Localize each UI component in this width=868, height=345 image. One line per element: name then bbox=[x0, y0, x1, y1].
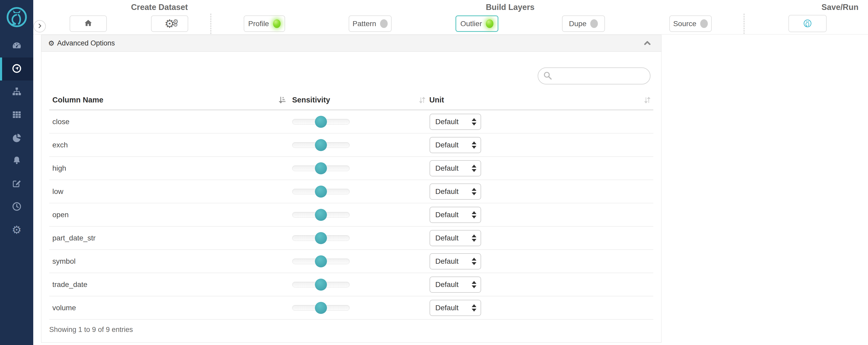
toggle-outlier[interactable]: Outlier bbox=[456, 15, 498, 32]
table-row: volume Default bbox=[49, 297, 653, 320]
table-header-row: Column Name Sensitivity Unit bbox=[49, 94, 653, 110]
outlier-status-dot bbox=[486, 19, 493, 28]
sidebar-expand-button[interactable] bbox=[33, 20, 46, 32]
owl-run-icon bbox=[803, 19, 812, 29]
sidebar-item-notifications[interactable] bbox=[0, 149, 33, 172]
table-row: exch Default bbox=[49, 134, 653, 157]
dupe-status-dot bbox=[590, 19, 598, 28]
unit-select[interactable]: Default bbox=[430, 114, 481, 130]
table-body: close Default exch Default high Defaul bbox=[49, 110, 653, 320]
sidebar-item-dashboard[interactable] bbox=[0, 34, 33, 58]
unit-select[interactable]: Default bbox=[430, 277, 481, 293]
sidebar-item-editor[interactable] bbox=[0, 172, 33, 196]
sensitivity-slider-handle[interactable] bbox=[315, 232, 327, 244]
sensitivity-slider-handle[interactable] bbox=[315, 302, 327, 314]
unit-select-value: Default bbox=[435, 257, 459, 266]
sensitivity-slider[interactable] bbox=[292, 166, 350, 171]
sidebar-item-datasets[interactable] bbox=[0, 104, 33, 127]
source-status-dot bbox=[700, 19, 708, 28]
sort-both-icon[interactable] bbox=[418, 96, 427, 106]
advanced-options-header[interactable]: ⚙ Advanced Options bbox=[41, 35, 661, 52]
toggle-dupe[interactable]: Dupe bbox=[562, 15, 605, 32]
select-arrows-icon bbox=[472, 188, 476, 195]
save-run-button[interactable] bbox=[788, 15, 827, 32]
sidebar-item-explore[interactable] bbox=[0, 58, 33, 80]
toggle-source[interactable]: Source bbox=[669, 15, 712, 32]
gear-icon: ⚙ bbox=[48, 39, 55, 47]
table-search bbox=[538, 67, 650, 84]
pattern-status-dot bbox=[380, 19, 388, 28]
app-logo[interactable] bbox=[0, 0, 33, 34]
unit-select-value: Default bbox=[435, 280, 459, 289]
advanced-options-panel: ⚙ Advanced Options Column Name bbox=[41, 35, 661, 343]
sidebar: ⚙ bbox=[0, 0, 33, 345]
toolbar: Create Dataset Build Layers Save/Run ⚙⚙⚙… bbox=[33, 0, 868, 34]
table-row: symbol Default bbox=[49, 250, 653, 273]
sensitivity-slider-handle[interactable] bbox=[315, 116, 327, 128]
sort-amount-asc-icon[interactable] bbox=[278, 96, 287, 106]
table-row: close Default bbox=[49, 110, 653, 134]
search-input[interactable] bbox=[552, 68, 653, 84]
unit-select-value: Default bbox=[435, 211, 459, 219]
toggle-pattern-label: Pattern bbox=[352, 20, 376, 28]
table-row: open Default bbox=[49, 203, 653, 227]
sidebar-item-charts[interactable] bbox=[0, 127, 33, 149]
row-label: exch bbox=[52, 141, 68, 149]
sort-both-icon[interactable] bbox=[643, 96, 652, 106]
unit-select-value: Default bbox=[435, 117, 459, 126]
row-label: symbol bbox=[52, 257, 76, 266]
column-header-unit[interactable]: Unit bbox=[429, 96, 444, 104]
collapse-panel-button[interactable] bbox=[643, 39, 652, 48]
select-arrows-icon bbox=[472, 304, 476, 312]
column-header-sensitivity[interactable]: Sensitivity bbox=[292, 96, 330, 104]
profile-status-dot bbox=[273, 19, 281, 28]
toggle-pattern[interactable]: Pattern bbox=[349, 15, 392, 32]
unit-select[interactable]: Default bbox=[430, 253, 481, 270]
select-arrows-icon bbox=[472, 118, 476, 126]
sensitivity-slider-handle[interactable] bbox=[315, 185, 327, 198]
unit-select[interactable]: Default bbox=[430, 230, 481, 246]
panel-title: Advanced Options bbox=[57, 39, 115, 47]
row-label: part_date_str bbox=[52, 234, 96, 242]
sidebar-item-settings[interactable]: ⚙ bbox=[0, 218, 33, 242]
chevron-right-icon bbox=[37, 23, 43, 30]
select-arrows-icon bbox=[472, 211, 476, 218]
unit-select[interactable]: Default bbox=[430, 207, 481, 223]
sensitivity-slider-handle[interactable] bbox=[315, 209, 327, 221]
sitemap-icon bbox=[11, 86, 22, 98]
sidebar-item-lineage[interactable] bbox=[0, 80, 33, 104]
unit-select[interactable]: Default bbox=[430, 137, 481, 153]
sensitivity-slider[interactable] bbox=[292, 119, 350, 125]
section-title-save-run: Save/Run bbox=[801, 3, 868, 12]
toolbar-divider bbox=[211, 13, 211, 34]
sensitivity-slider-handle[interactable] bbox=[315, 279, 327, 290]
unit-select-value: Default bbox=[435, 164, 459, 172]
sensitivity-slider-handle[interactable] bbox=[315, 162, 327, 174]
row-label: low bbox=[52, 187, 63, 196]
column-header-name[interactable]: Column Name bbox=[52, 96, 103, 104]
owl-logo-icon bbox=[4, 4, 29, 30]
sensitivity-slider[interactable] bbox=[292, 305, 350, 311]
table-row: part_date_str Default bbox=[49, 227, 653, 250]
bell-icon bbox=[11, 155, 22, 167]
sensitivity-slider[interactable] bbox=[292, 258, 350, 264]
unit-select[interactable]: Default bbox=[430, 160, 481, 176]
sensitivity-slider-handle[interactable] bbox=[315, 255, 327, 267]
unit-select[interactable]: Default bbox=[430, 183, 481, 200]
sensitivity-slider[interactable] bbox=[292, 142, 350, 148]
toggle-profile[interactable]: Profile bbox=[244, 15, 285, 32]
settings-cogs-button[interactable]: ⚙⚙⚙ bbox=[151, 15, 188, 32]
clock-icon bbox=[11, 201, 22, 213]
unit-select[interactable]: Default bbox=[430, 300, 481, 316]
cogs-icon: ⚙⚙⚙ bbox=[164, 18, 175, 30]
home-button[interactable] bbox=[70, 15, 107, 32]
toggle-source-label: Source bbox=[673, 20, 696, 28]
sensitivity-slider[interactable] bbox=[292, 189, 350, 195]
sidebar-item-history[interactable] bbox=[0, 196, 33, 218]
sensitivity-slider[interactable] bbox=[292, 212, 350, 218]
sensitivity-slider-handle[interactable] bbox=[315, 139, 327, 151]
sensitivity-slider[interactable] bbox=[292, 235, 350, 241]
toggle-outlier-label: Outlier bbox=[460, 20, 482, 28]
compass-icon bbox=[11, 63, 22, 75]
sensitivity-slider[interactable] bbox=[292, 282, 350, 287]
